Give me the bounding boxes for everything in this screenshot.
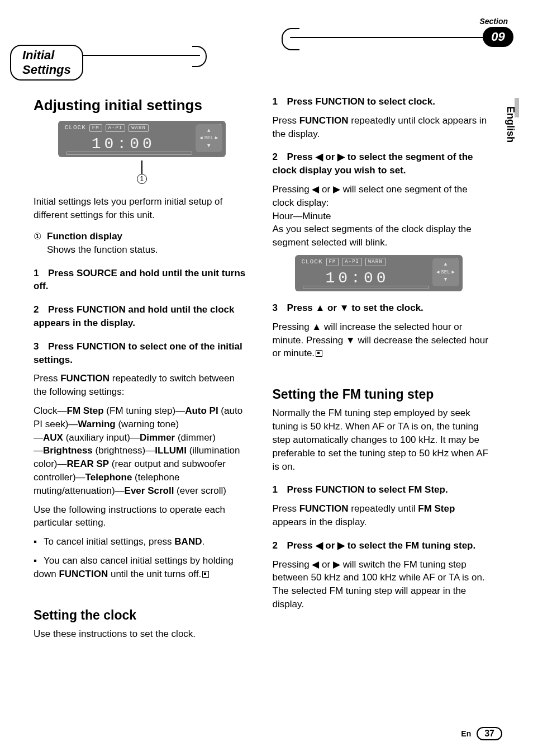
definition-1-term: Function display — [47, 231, 122, 242]
clock-icon-label: CLOCK — [302, 258, 323, 266]
clock-step-2-number: 2 — [273, 150, 287, 164]
function-word: FUNCTION — [60, 373, 110, 384]
right-column: 1Press FUNCTION to select clock. Press F… — [273, 95, 489, 646]
clock-step-3: 3Press ▲ or ▼ to set the clock. — [273, 301, 489, 315]
end-of-section-icon — [202, 571, 209, 578]
settings-text: (FM tuning step)— — [104, 405, 185, 416]
up-arrow-icon: ▲ — [444, 261, 447, 268]
left-arrow-icon: ◀ — [436, 269, 439, 276]
body-text: Press — [273, 503, 299, 514]
fm-step-1: 1Press FUNCTION to select FM Step. — [273, 483, 489, 497]
fm-step-2-text: Press ◀ or ▶ to select the FM tuning ste… — [287, 540, 476, 551]
footer-language: En — [461, 729, 471, 738]
definition-1: ①Function display Shows the function sta… — [34, 230, 250, 257]
sel-label: SEL — [204, 135, 213, 142]
fm-step-2-number: 2 — [273, 539, 287, 552]
callout-1-line — [141, 160, 142, 174]
settings-illumi: ILLUMI — [155, 445, 187, 456]
band-word: BAND — [174, 536, 202, 547]
fm-icon-label: FM — [326, 258, 339, 266]
clock-step-2: 2Press ◀ or ▶ to select the segment of t… — [273, 150, 489, 177]
settings-warning: Warning — [78, 419, 115, 429]
step-3-body-a: Press — [34, 373, 60, 384]
step-3-number: 3 — [34, 340, 48, 353]
step-2: 2Press FUNCTION and hold until the clock… — [34, 303, 250, 330]
display-panel-figure-1: CLOCK FM A-PI WARN F 10:00 ▲ ◀ SEL ▶ ▼ — [58, 121, 226, 157]
body-text: Press — [273, 115, 299, 126]
fmstep-word: FM Step — [418, 503, 455, 514]
clock-step-2-tail: As you select segments of the clock disp… — [273, 223, 489, 249]
definition-1-number: ① — [34, 230, 47, 243]
fm-intro: Normally the FM tuning step employed by … — [273, 407, 489, 473]
clock-step-2-body: Pressing ◀ or ▶ will select one segment … — [273, 183, 489, 210]
function-word: FUNCTION — [299, 115, 349, 126]
intro-paragraph: Initial settings lets you perform initia… — [34, 195, 250, 222]
section-number-badge: 09 — [483, 27, 513, 47]
heading-adjusting-initial-settings: Adjusting initial settings — [34, 95, 250, 115]
step-3-tail: Use the following instructions to operat… — [34, 503, 250, 530]
heading-setting-fm-tuning-step: Setting the FM tuning step — [273, 385, 489, 403]
fm-step-2-body: Pressing ◀ or ▶ will switch the FM tunin… — [273, 558, 489, 611]
bullet-2: ▪You can also cancel initial settings by… — [34, 554, 250, 581]
definition-1-desc: Shows the function status. — [47, 243, 250, 257]
fm-step-1-text: Press FUNCTION to select FM Step. — [287, 484, 448, 495]
warn-icon-label: WARN — [365, 258, 386, 266]
left-column: Adjusting initial settings CLOCK FM A-PI… — [34, 95, 250, 646]
settings-brightness: Brightness — [43, 445, 93, 456]
settings-text: — — [34, 432, 43, 443]
clock-step-2-text: Press ◀ or ▶ to select the segment of th… — [273, 152, 473, 176]
page-footer: En 37 — [461, 727, 502, 740]
fm-step-1-number: 1 — [273, 483, 287, 497]
settings-text: (brightness)— — [93, 445, 155, 456]
settings-autopi: Auto PI — [185, 405, 218, 416]
footer-page-number: 37 — [477, 727, 502, 740]
clock-step-1-body: Press FUNCTION repeatedly until clock ap… — [273, 114, 489, 141]
fm-icon-label: FM — [89, 124, 102, 133]
clock-step-3-text: Press ▲ or ▼ to set the clock. — [287, 303, 423, 313]
display-progress-bar — [303, 286, 429, 289]
heading-setting-the-clock: Setting the clock — [34, 606, 250, 624]
settings-text: (dimmer) — [175, 432, 216, 443]
section-label: Section — [479, 17, 508, 26]
settings-text: (warning tone) — [116, 419, 179, 429]
down-arrow-icon: ▼ — [444, 276, 447, 284]
step-2-text: Press FUNCTION and hold until the clock … — [34, 304, 234, 328]
settings-aux: AUX — [43, 432, 63, 443]
left-arrow-icon: ◀ — [199, 135, 202, 142]
settings-list: Clock—FM Step (FM tuning step)—Auto PI (… — [34, 404, 250, 498]
settings-text: (auxiliary input)— — [63, 432, 140, 443]
display-right-controls: ▲ ◀ SEL ▶ ▼ — [196, 124, 222, 152]
content-area: Adjusting initial settings CLOCK FM A-PI… — [34, 95, 489, 646]
settings-text: Clock— — [34, 405, 67, 416]
settings-rearsp: REAR SP — [67, 459, 110, 469]
step-3-body: Press FUNCTION repeatedly to switch betw… — [34, 372, 250, 399]
settings-text: — — [34, 445, 43, 456]
api-icon-label: A-PI — [342, 258, 362, 266]
step-3: 3Press FUNCTION to select one of the ini… — [34, 340, 250, 367]
display-progress-bar — [66, 152, 192, 155]
bullet-1: ▪To cancel initial settings, press BAND. — [34, 535, 250, 549]
step-1: 1Press SOURCE and hold until the unit tu… — [34, 267, 250, 294]
right-arrow-icon: ▶ — [452, 269, 455, 276]
clock-icon-label: CLOCK — [65, 124, 86, 132]
callout-1-number: 1 — [137, 174, 147, 184]
display-panel-figure-2: CLOCK FM A-PI WARN F 10:00 ▲ ◀ SEL ▶ ▼ — [295, 255, 463, 291]
settings-telephone: Telephone — [85, 472, 132, 483]
sel-label: SEL — [441, 269, 450, 276]
clock-intro: Use these instructions to set the clock. — [34, 627, 250, 641]
end-of-section-icon — [316, 350, 322, 357]
body-text: appears in the display. — [273, 517, 367, 527]
step-3-text: Press FUNCTION to select one of the init… — [34, 341, 242, 365]
body-text: repeatedly until — [349, 503, 418, 514]
display-right-controls: ▲ ◀ SEL ▶ ▼ — [432, 258, 459, 286]
clock-step-3-body: Pressing ▲ will increase the selected ho… — [273, 320, 489, 360]
right-arrow-icon: ▶ — [215, 135, 218, 142]
bullet-2-end: until the unit turns off. — [108, 569, 201, 579]
bullet-1-end: . — [202, 536, 204, 547]
step-1-number: 1 — [34, 267, 48, 280]
function-word: FUNCTION — [299, 503, 349, 514]
warn-icon-label: WARN — [129, 124, 149, 133]
up-arrow-icon: ▲ — [207, 127, 210, 135]
bullet-square-icon: ▪ — [34, 535, 44, 549]
bullet-square-icon: ▪ — [34, 554, 44, 568]
